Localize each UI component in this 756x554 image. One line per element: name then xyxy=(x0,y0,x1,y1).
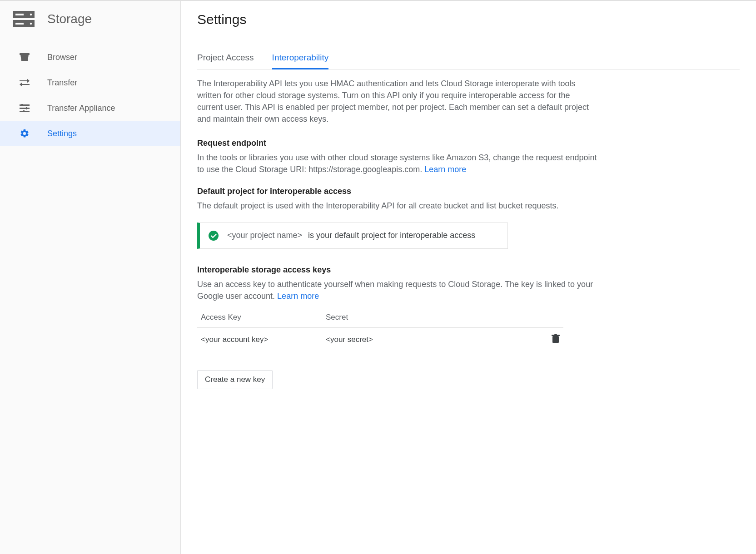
col-header-actions xyxy=(542,313,560,322)
cell-secret: <your secret> xyxy=(326,335,542,344)
request-endpoint-text: In the tools or libraries you use with o… xyxy=(197,152,597,175)
transfer-icon xyxy=(19,79,30,87)
table-row: <your account key> <your secret> xyxy=(197,328,563,352)
storage-icon xyxy=(13,10,35,28)
sidebar-header: Storage xyxy=(0,1,180,41)
sidebar-item-transfer[interactable]: Transfer xyxy=(0,70,180,95)
keys-text-body: Use an access key to authenticate yourse… xyxy=(197,280,593,301)
default-project-text: The default project is used with the Int… xyxy=(197,200,597,212)
svg-rect-14 xyxy=(552,336,559,343)
default-project-callout: <your project name> is your default proj… xyxy=(197,223,508,249)
svg-point-2 xyxy=(30,14,32,15)
sidebar-item-label: Transfer Appliance xyxy=(47,104,115,113)
request-endpoint-title: Request endpoint xyxy=(197,138,597,148)
tab-interoperability[interactable]: Interoperability xyxy=(272,53,329,69)
learn-more-link[interactable]: Learn more xyxy=(277,292,319,301)
svg-rect-16 xyxy=(554,334,557,335)
svg-rect-6 xyxy=(20,53,30,55)
sidebar: Storage Browser Transfer Transfer Applia… xyxy=(0,1,181,554)
bucket-icon xyxy=(19,53,30,62)
gear-icon xyxy=(19,129,30,138)
sidebar-item-label: Transfer xyxy=(47,78,77,88)
project-name-placeholder: <your project name> xyxy=(227,231,302,240)
sidebar-item-browser[interactable]: Browser xyxy=(0,45,180,70)
col-header-access-key: Access Key xyxy=(201,313,326,322)
svg-point-13 xyxy=(209,231,219,241)
tab-panel-interoperability: The Interoperability API lets you use HM… xyxy=(197,78,597,389)
svg-rect-8 xyxy=(21,104,23,106)
sidebar-item-settings[interactable]: Settings xyxy=(0,121,180,146)
product-title: Storage xyxy=(47,12,92,26)
interop-intro: The Interoperability API lets you use HM… xyxy=(197,78,597,125)
svg-point-3 xyxy=(30,23,32,25)
svg-rect-10 xyxy=(26,107,27,109)
col-header-secret: Secret xyxy=(326,313,542,322)
trash-icon xyxy=(552,336,560,345)
access-keys-table: Access Key Secret <your account key> <yo… xyxy=(197,307,563,352)
table-header: Access Key Secret xyxy=(197,307,563,328)
svg-rect-9 xyxy=(20,108,30,109)
svg-rect-5 xyxy=(15,23,24,25)
tabs: Project Access Interoperability xyxy=(197,53,740,69)
learn-more-link[interactable]: Learn more xyxy=(424,165,466,174)
svg-rect-7 xyxy=(20,104,30,106)
cell-access-key: <your account key> xyxy=(201,335,326,344)
keys-text: Use an access key to authenticate yourse… xyxy=(197,278,597,302)
keys-title: Interoperable storage access keys xyxy=(197,265,597,275)
check-circle-icon xyxy=(208,230,219,241)
sidebar-item-label: Browser xyxy=(47,53,77,62)
sidebar-item-label: Settings xyxy=(47,129,77,138)
svg-rect-4 xyxy=(15,14,24,15)
sidebar-item-transfer-appliance[interactable]: Transfer Appliance xyxy=(0,95,180,121)
sidebar-nav: Browser Transfer Transfer Appliance Sett… xyxy=(0,41,180,146)
callout-suffix: is your default project for interoperabl… xyxy=(308,231,475,240)
callout-text: <your project name> is your default proj… xyxy=(227,231,475,240)
delete-key-button[interactable] xyxy=(552,334,560,346)
sliders-icon xyxy=(19,104,30,112)
default-project-title: Default project for interoperable access xyxy=(197,187,597,196)
create-key-button[interactable]: Create a new key xyxy=(197,370,273,389)
request-endpoint-body: In the tools or libraries you use with o… xyxy=(197,153,597,174)
page-title: Settings xyxy=(197,12,740,27)
svg-rect-12 xyxy=(23,110,25,112)
main-content: Settings Project Access Interoperability… xyxy=(181,1,756,554)
tab-project-access[interactable]: Project Access xyxy=(197,53,254,69)
